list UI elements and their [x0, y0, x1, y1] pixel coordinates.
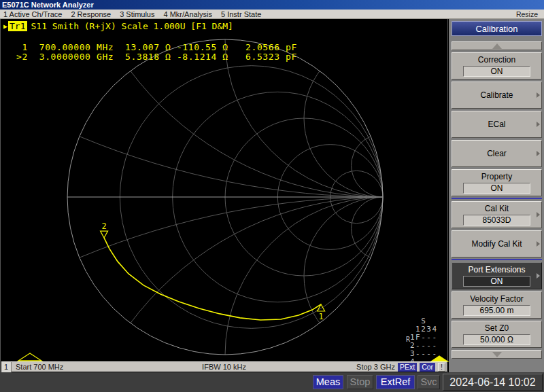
status-badges: PExtCor! [398, 363, 445, 372]
menu-item-1-active-ch-trace[interactable]: 1 Active Ch/Trace [3, 10, 62, 18]
softkey-value: ON [463, 66, 530, 77]
softkey-value: ON [463, 183, 530, 194]
instrument-status-bar: MeasStopExtRefSvc 2024-06-14 10:02 [0, 372, 544, 392]
title-bar: E5071C Network Analyzer [0, 0, 544, 10]
sparam-receiver-label: R [406, 336, 410, 344]
submenu-arrow-icon [537, 122, 540, 127]
softkey-cal-kit[interactable]: Cal Kit85033D [452, 201, 542, 228]
softkey-set-z0[interactable]: Set Z050.000 Ω [452, 321, 542, 348]
softkey-label: Calibrate [452, 90, 541, 100]
reactance-arcs [1, 19, 449, 372]
indicator-meas: Meas [313, 375, 343, 389]
softkey-value: 50.000 Ω [463, 334, 530, 345]
application-window: E5071C Network Analyzer 1 Active Ch/Trac… [0, 0, 544, 392]
resize-control[interactable]: Resize [516, 10, 544, 18]
softkey-value: 695.00 m [463, 305, 530, 316]
triangle-down-icon [492, 352, 502, 357]
sparam-status-lines: S 1234 1F--- 2---- 3---- 4---- [410, 317, 443, 366]
softkey-sidebar: Calibration CorrectionONCalibrateECalCle… [449, 19, 544, 372]
stimulus-marker-1-icon [18, 353, 41, 361]
softkey-correction[interactable]: CorrectionON [452, 52, 542, 79]
submenu-arrow-icon [537, 151, 540, 156]
channel-number-box: 1 [1, 362, 12, 372]
marker-readout: 1 700.00000 MHz 13.007 Ω -110.55 Ω 2.056… [16, 43, 297, 61]
softkey-label: Property [452, 172, 541, 181]
window-title: E5071C Network Analyzer [2, 1, 94, 9]
instrument-display: 12 ▶ Tr1 S11 Smith (R+jX) Scale 1.000U [… [0, 19, 448, 372]
marker-2[interactable]: 2 [101, 221, 108, 238]
menu-items: 1 Active Ch/Trace2 Response3 Stimulus4 M… [0, 10, 516, 18]
softkey-ecal[interactable]: ECal [452, 111, 542, 138]
active-trace-pointer-icon: ▶ [3, 22, 7, 30]
trace-tr1 [104, 238, 321, 320]
softkey-calibrate[interactable]: Calibrate [452, 82, 542, 109]
menu-item-4-mkr-analysis[interactable]: 4 Mkr/Analysis [163, 10, 212, 18]
menu-item-5-instr-state[interactable]: 5 Instr State [221, 10, 261, 18]
status-badge-: ! [438, 363, 445, 372]
softkey-group-separator [452, 198, 542, 199]
trace-status-line[interactable]: ▶ Tr1 S11 Smith (R+jX) Scale 1.000U [F1 … [3, 21, 233, 31]
channel-status-bar: 1 Start 700 MHz IFBW 10 kHz Stop 3 GHz P… [1, 361, 447, 372]
menu-item-3-stimulus[interactable]: 3 Stimulus [120, 10, 154, 18]
submenu-arrow-icon [537, 92, 540, 98]
softkey-group-separator [452, 259, 542, 260]
softkey-value: 85033D [463, 215, 530, 226]
softkey-label: Cal Kit [452, 204, 541, 213]
indicator-stop: Stop [347, 375, 373, 389]
reactance-arc-x-0.5 [67, 197, 449, 372]
marker-1-label: 1 [318, 312, 323, 321]
softkey-modify-cal-kit[interactable]: Modify Cal Kit [452, 230, 542, 257]
softkey-label: Modify Cal Kit [452, 239, 541, 249]
softkey-menu-title: Calibration [452, 21, 542, 36]
softkey-scroll-down-button[interactable] [452, 350, 542, 359]
softkey-property[interactable]: PropertyON [452, 169, 542, 196]
softkey-label: Velocity Factor [452, 294, 541, 304]
sweep-stop-label: Stop 3 GHz [356, 363, 395, 371]
softkey-label: ECal [452, 120, 541, 129]
menu-bar: 1 Active Ch/Trace2 Response3 Stimulus4 M… [0, 10, 544, 19]
menu-item-2-response[interactable]: 2 Response [71, 10, 111, 18]
marker-2-triangle-icon [101, 231, 108, 238]
softkey-label: Port Extensions [452, 265, 541, 274]
softkey-clear[interactable]: Clear [452, 140, 542, 167]
submenu-arrow-icon [537, 241, 540, 247]
ifbw-label: IFBW 10 kHz [202, 363, 246, 371]
softkey-label: Clear [452, 149, 541, 158]
status-badge-cor: Cor [420, 363, 435, 372]
trace-format-text: S11 Smith (R+jX) Scale 1.000U [F1 D&M] [31, 21, 233, 31]
softkey-label: Set Z0 [452, 323, 541, 333]
softkey-velocity-factor[interactable]: Velocity Factor695.00 m [452, 291, 542, 319]
softkey-value: ON [463, 276, 530, 287]
indicator-svc: Svc [418, 375, 440, 389]
smith-graticule [1, 19, 449, 372]
marker-2-label: 2 [101, 221, 106, 231]
reactance-arc-x-0.2 [1, 197, 449, 372]
status-badge-pext: PExt [398, 363, 417, 372]
softkey-port-extensions[interactable]: Port ExtensionsON [452, 262, 542, 289]
softkey-scroll-up-button[interactable] [452, 41, 542, 50]
trace-name-badge[interactable]: Tr1 [8, 21, 27, 31]
smith-chart: 12 [1, 19, 449, 372]
sweep-start-label: Start 700 MHz [16, 363, 63, 371]
reactance-arc-x2 [304, 39, 449, 197]
softkey-list: CorrectionONCalibrateECalClearPropertyON… [452, 52, 542, 348]
indicator-extref: ExtRef [376, 375, 415, 389]
submenu-arrow-icon [537, 273, 540, 279]
softkey-label: Correction [452, 55, 541, 65]
triangle-up-icon [492, 43, 502, 49]
clock: 2024-06-14 10:02 [443, 374, 543, 391]
status-bar-right: Stop 3 GHz PExtCor! [356, 363, 447, 372]
submenu-arrow-icon [537, 212, 540, 217]
